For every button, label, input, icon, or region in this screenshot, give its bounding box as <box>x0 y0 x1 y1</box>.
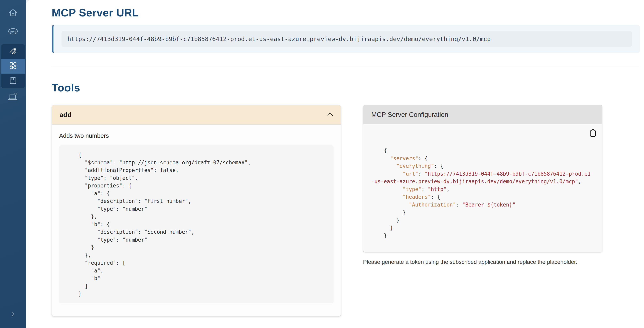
token-note: Please generate a token using the subscr… <box>363 258 602 266</box>
sidebar-item-apis[interactable]: APIs <box>0 27 26 36</box>
copy-config-button[interactable] <box>588 129 597 138</box>
sidebar-item-catalog[interactable] <box>1 74 25 88</box>
apis-icon: APIs <box>8 27 18 36</box>
tool-schema-block: { "$schema": "http://json-schema.org/dra… <box>59 145 334 303</box>
tool-name: add <box>60 111 72 119</box>
chevron-up-icon[interactable] <box>326 112 333 117</box>
tool-card-body: Adds two numbers { "$schema": "http://js… <box>52 124 341 316</box>
config-panel: MCP Server Configuration { <box>363 105 602 252</box>
mcp-server-url-banner: https://7413d319-044f-48b9-b9bf-c71b8587… <box>52 25 640 53</box>
chevron-right-icon <box>10 311 16 318</box>
tool-card-add: add Adds two numbers { "$schema": "http:… <box>52 105 341 316</box>
tool-accordion-header[interactable]: add <box>52 105 341 124</box>
sidebar-item-mcp-server[interactable] <box>1 44 25 59</box>
section-divider <box>52 67 640 67</box>
tools-row: add Adds two numbers { "$schema": "http:… <box>52 105 640 316</box>
apis-icon-label: APIs <box>10 30 16 33</box>
config-panel-title: MCP Server Configuration <box>363 105 602 124</box>
tool-schema-code: { "$schema": "http://json-schema.org/dra… <box>66 151 327 298</box>
tools-heading: Tools <box>52 82 640 93</box>
sidebar-item-home[interactable] <box>0 9 26 18</box>
sidebar-item-devices[interactable] <box>0 92 26 102</box>
tool-description: Adds two numbers <box>59 132 334 140</box>
config-panel-body: { "servers": { "everything": { "url": "h… <box>363 124 602 252</box>
grid-icon <box>9 62 17 70</box>
sidebar-mcp-group <box>1 44 25 88</box>
sidebar-expand-button[interactable] <box>0 311 26 318</box>
clipboard-copy-icon <box>588 135 597 138</box>
main-content: MCP Server URL https://7413d319-044f-48b… <box>26 0 644 328</box>
config-code: { "servers": { "everything": { "url": "h… <box>371 147 594 239</box>
config-column: MCP Server Configuration { <box>363 105 602 266</box>
mcp-server-url-heading: MCP Server URL <box>52 7 640 19</box>
sidebar: APIs <box>0 0 26 328</box>
laptop-icon <box>8 92 18 102</box>
book-bookmark-icon <box>9 77 17 85</box>
home-icon <box>8 9 18 18</box>
mcp-server-url-value[interactable]: https://7413d319-044f-48b9-b9bf-c71b8587… <box>62 31 632 47</box>
sidebar-item-tools[interactable] <box>1 59 25 73</box>
mcp-logo-icon <box>8 47 18 56</box>
